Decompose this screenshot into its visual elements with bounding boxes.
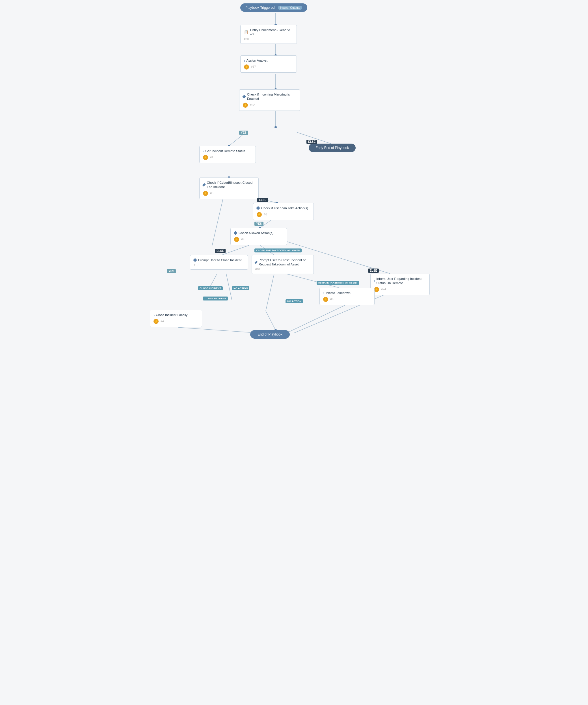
svg-line-7	[212, 197, 223, 246]
svg-line-19	[288, 305, 345, 332]
initiate-takedown-label: INITIATE TAKEDOWN OF ASSET	[317, 281, 359, 285]
inform-lightning-icon: ⚡	[374, 287, 379, 292]
early-end-node[interactable]: Early End of Playbook	[309, 144, 356, 152]
else-badge-user-action: ELSE	[257, 198, 268, 202]
prompt-close-diamond-icon	[193, 258, 197, 262]
early-end-label: Early End of Playbook	[315, 146, 349, 150]
check-cyberblindspot-id: #3	[210, 192, 213, 195]
get-incident-id: #1	[210, 156, 213, 159]
yes-badge-allowed: YES	[255, 222, 264, 226]
close-takedown-badge: CLOSE AND TAKEDOWN ALLOWED	[255, 248, 302, 252]
initiate-takedown-node[interactable]: › Initiate Takedown ⚡ #8	[319, 288, 374, 305]
trigger-label: Playbook Triggered	[245, 6, 274, 10]
user-action-lightning-icon: ⚡	[257, 212, 262, 217]
playbook-canvas: Playbook Triggered Inputs / Outputs 📋 En…	[147, 0, 441, 705]
user-action-diamond-icon	[256, 206, 260, 210]
assign-analyst-title: Assign Analyst	[246, 58, 267, 63]
entity-enrichment-node[interactable]: 📋 Entity Enrichment - Generic v3 #20	[240, 25, 297, 44]
no-action-label-1: NO ACTION	[232, 286, 249, 290]
assign-arrow-icon: ›	[244, 58, 245, 63]
close-locally-title: Close Incident Locally	[156, 313, 187, 317]
check-allowed-actions-title: Check Allowed Action(s)	[239, 231, 273, 235]
initiate-takedown-badge: INITIATE TAKEDOWN OF ASSET	[317, 280, 359, 285]
book-icon: 📋	[244, 30, 248, 34]
svg-line-16	[266, 274, 274, 311]
close-incident-label-1: CLOSE INCIDENT	[198, 286, 223, 290]
inform-arrow-icon: ›	[374, 279, 375, 283]
yes-label-2: YES	[255, 222, 264, 226]
prompt-takedown-diamond-icon	[255, 261, 258, 264]
entity-enrichment-id: #20	[244, 38, 293, 41]
allowed-actions-diamond-icon	[233, 231, 237, 235]
mirroring-lightning-icon: ⚡	[243, 103, 248, 108]
else-badge-inform: ELSE	[368, 269, 379, 273]
close-incident-label-2: CLOSE INCIDENT	[203, 296, 228, 300]
check-user-action-title: Check if User can Take Action(s)	[261, 206, 308, 210]
assign-analyst-id: #17	[251, 65, 256, 68]
allowed-actions-lightning-icon: ⚡	[234, 237, 239, 242]
no-action-label-2: NO ACTION	[285, 299, 303, 303]
yes-label: YES	[239, 131, 248, 135]
check-mirroring-id: #22	[250, 103, 255, 106]
check-cyberblindspot-node[interactable]: Check if CyberBlindspot Closed The Incid…	[199, 178, 259, 199]
get-incident-title: Get Incident Remote Status	[205, 149, 245, 153]
get-incident-arrow-icon: ›	[203, 149, 204, 153]
initiate-takedown-title: Initiate Takedown	[325, 291, 351, 295]
prompt-takedown-id: #18	[255, 268, 310, 271]
cyberblindspot-diamond-icon	[202, 183, 206, 187]
check-mirroring-node[interactable]: Check if Incoming Mirroring is Enabled ⚡…	[239, 89, 300, 111]
get-incident-status-node[interactable]: › Get Incident Remote Status ⚡ #1	[199, 146, 256, 163]
prompt-close-incident-node[interactable]: Prompt User to Close Incident #10	[190, 255, 248, 270]
close-takedown-label: CLOSE AND TAKEDOWN ALLOWED	[255, 248, 302, 252]
end-label: End of Playbook	[258, 332, 282, 336]
trigger-node[interactable]: Playbook Triggered Inputs / Outputs	[240, 3, 307, 12]
svg-line-14	[226, 274, 232, 300]
close-locally-lightning-icon: ⚡	[153, 319, 159, 324]
check-allowed-actions-node[interactable]: Check Allowed Action(s) ⚡ #9	[230, 228, 287, 245]
inputs-outputs-badge[interactable]: Inputs / Outputs	[278, 6, 303, 10]
inform-user-title: Inform User Regarding Incident Status On…	[376, 277, 426, 285]
check-user-action-node[interactable]: Check if User can Take Action(s) ⚡ #6	[253, 203, 314, 220]
check-allowed-actions-id: #9	[241, 238, 244, 241]
yes-label-3: YES	[167, 269, 176, 273]
check-user-action-id: #6	[264, 213, 267, 216]
check-cyberblindspot-title: Check if CyberBlindspot Closed The Incid…	[207, 181, 255, 189]
mirroring-diamond-icon	[242, 95, 246, 98]
svg-line-17	[266, 311, 276, 330]
assign-lightning-icon: ⚡	[244, 64, 249, 69]
inform-user-id: #24	[381, 288, 386, 291]
initiate-arrow-icon: ›	[323, 291, 324, 295]
assign-analyst-node[interactable]: › Assign Analyst ⚡ #17	[240, 55, 297, 73]
check-mirroring-title: Check if Incoming Mirroring is Enabled	[247, 92, 296, 101]
close-locally-arrow-icon: ›	[153, 313, 154, 317]
cyberblindspot-lightning-icon: ⚡	[203, 191, 208, 196]
else-badge-prompt-close: ELSE	[215, 249, 226, 253]
close-incident-locally-node[interactable]: › Close Incident Locally ⚡ #4	[150, 310, 202, 327]
inform-user-node[interactable]: › Inform User Regarding Incident Status …	[370, 274, 430, 295]
else-label-3: ELSE	[215, 249, 226, 253]
close-incident-badge-2: CLOSE INCIDENT	[203, 296, 228, 300]
close-incident-badge-1: CLOSE INCIDENT	[198, 286, 223, 290]
prompt-close-title: Prompt User to Close Incident	[198, 258, 241, 262]
initiate-lightning-icon: ⚡	[323, 297, 328, 302]
initiate-takedown-id: #8	[330, 298, 333, 301]
prompt-close-takedown-node[interactable]: Prompt User to Close Incident or Request…	[252, 255, 314, 274]
prompt-close-id: #10	[194, 264, 244, 267]
entity-enrichment-title: Entity Enrichment - Generic v3	[250, 28, 293, 37]
no-action-badge-1: NO ACTION	[232, 286, 249, 290]
get-incident-lightning-icon: ⚡	[203, 155, 208, 160]
close-locally-id: #4	[161, 320, 164, 323]
no-action-badge-2: NO ACTION	[285, 299, 303, 303]
prompt-takedown-title: Prompt User to Close Incident or Request…	[259, 258, 310, 267]
else-label-2: ELSE	[257, 198, 268, 202]
svg-point-24	[274, 126, 277, 128]
svg-line-10	[222, 245, 249, 255]
end-node[interactable]: End of Playbook	[250, 330, 290, 339]
yes-badge-mirroring: YES	[239, 131, 248, 135]
yes-badge-close-locally: YES	[167, 269, 176, 273]
else-label-4: ELSE	[368, 269, 379, 273]
